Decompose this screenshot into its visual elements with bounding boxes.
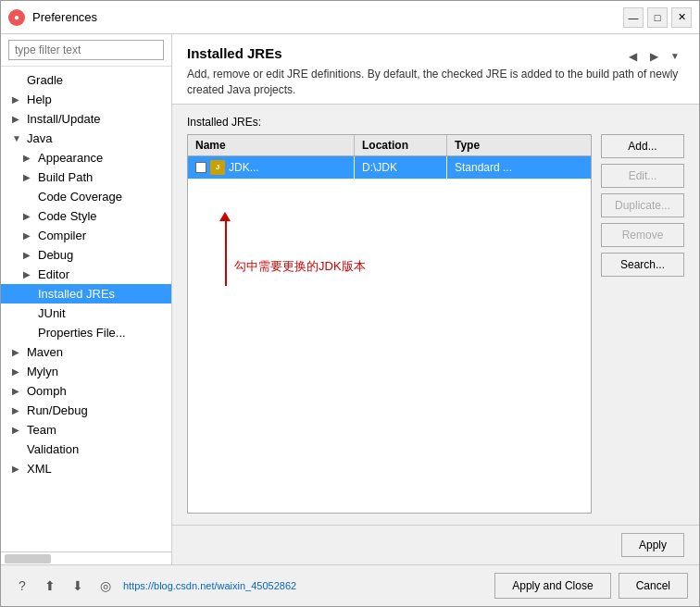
jre-checkbox[interactable]: ✓: [195, 162, 206, 173]
main-header: Installed JREs ◀ ▶ ▼ Add, remove or edit…: [172, 34, 699, 105]
panel-content: Installed JREs: Name Location Type ✓: [172, 105, 699, 525]
jre-name: JDK...: [229, 161, 259, 174]
annotation-text: 勾中需要更换的JDK版本: [234, 258, 366, 275]
action-buttons: Add... Edit... Duplicate... Remove Searc…: [601, 134, 684, 514]
expand-icon: ▶: [12, 366, 23, 377]
apply-and-close-button[interactable]: Apply and Close: [494, 573, 610, 599]
sidebar-item-mylyn[interactable]: ▶Mylyn: [1, 362, 171, 381]
export-icon[interactable]: ⬆: [40, 576, 60, 596]
expand-icon: ▶: [12, 464, 23, 474]
sidebar-item-appearance[interactable]: ▶Appearance: [1, 148, 171, 167]
footer-buttons: Apply and Close Cancel: [494, 573, 688, 599]
table-header: Name Location Type: [188, 135, 591, 156]
expand-icon: ▶: [12, 425, 23, 435]
sidebar: Gradle ▶Help ▶Install/Update ▼Java ▶Appe…: [1, 34, 172, 564]
close-button[interactable]: ✕: [671, 7, 692, 28]
nav-arrows: ◀ ▶ ▼: [623, 47, 684, 66]
col-header-location: Location: [355, 135, 447, 155]
section-label: Installed JREs:: [187, 116, 684, 129]
sidebar-item-install-update[interactable]: ▶Install/Update: [1, 109, 171, 129]
settings-icon[interactable]: ◎: [95, 576, 116, 596]
filter-input[interactable]: [8, 40, 164, 60]
remove-button[interactable]: Remove: [601, 223, 684, 247]
title-bar: ● Preferences — □ ✕: [1, 1, 699, 34]
arrow-head: [219, 212, 231, 221]
maximize-button[interactable]: □: [647, 7, 668, 28]
window-controls: — □ ✕: [623, 7, 692, 28]
sidebar-item-oomph[interactable]: ▶Oomph: [1, 381, 171, 401]
add-button[interactable]: Add...: [601, 134, 684, 158]
main-content-area: Gradle ▶Help ▶Install/Update ▼Java ▶Appe…: [1, 34, 699, 564]
import-icon[interactable]: ⬇: [68, 576, 88, 596]
expand-icon: ▶: [23, 269, 34, 279]
edit-button[interactable]: Edit...: [601, 164, 684, 188]
sidebar-item-debug[interactable]: ▶Debug: [1, 245, 171, 265]
minimize-button[interactable]: —: [623, 7, 644, 28]
nav-dropdown-button[interactable]: ▼: [666, 47, 684, 66]
sidebar-hscrollbar[interactable]: [1, 551, 171, 564]
preferences-window: ● Preferences — □ ✕ Gradle ▶Help ▶Instal…: [0, 0, 700, 607]
footer-icons: ? ⬆ ⬇ ◎ https://blog.csdn.net/waixin_450…: [12, 576, 296, 596]
window-title: Preferences: [32, 10, 616, 24]
arrow-line: [225, 221, 227, 286]
expand-icon: ▼: [12, 133, 23, 143]
sidebar-item-junit[interactable]: JUnit: [1, 304, 171, 323]
col-header-name: Name: [188, 135, 355, 155]
app-icon: ●: [8, 9, 25, 26]
sidebar-hscrollbar-thumb[interactable]: [5, 554, 51, 564]
sidebar-item-run-debug[interactable]: ▶Run/Debug: [1, 401, 171, 420]
sidebar-item-team[interactable]: ▶Team: [1, 420, 171, 440]
expand-icon: ▶: [23, 172, 34, 182]
footer: ? ⬆ ⬇ ◎ https://blog.csdn.net/waixin_450…: [1, 564, 699, 606]
header-row: Installed JREs ◀ ▶ ▼: [187, 45, 684, 67]
search-button[interactable]: Search...: [601, 253, 684, 277]
sidebar-item-properties-file[interactable]: Properties File...: [1, 323, 171, 342]
expand-icon: ▶: [12, 386, 23, 396]
sidebar-tree: Gradle ▶Help ▶Install/Update ▼Java ▶Appe…: [1, 67, 171, 551]
sidebar-item-gradle[interactable]: Gradle: [1, 70, 171, 90]
sidebar-item-installed-jres[interactable]: Installed JREs: [1, 284, 171, 304]
nav-forward-button[interactable]: ▶: [644, 47, 664, 66]
sidebar-item-editor[interactable]: ▶Editor: [1, 265, 171, 284]
nav-back-button[interactable]: ◀: [623, 47, 643, 66]
table-body: ✓ J JDK... D:\JDK Standard ...: [188, 156, 591, 513]
sidebar-item-compiler[interactable]: ▶Compiler: [1, 226, 171, 245]
help-icon[interactable]: ?: [12, 576, 32, 596]
expand-icon: ▶: [12, 405, 23, 415]
sidebar-item-xml[interactable]: ▶XML: [1, 459, 171, 478]
page-description: Add, remove or edit JRE definitions. By …: [187, 67, 684, 98]
sidebar-item-code-coverage[interactable]: Code Coverage: [1, 187, 171, 206]
expand-icon: ▶: [23, 230, 34, 241]
sidebar-item-java[interactable]: ▼Java: [1, 129, 171, 148]
col-header-type: Type: [447, 135, 591, 155]
cancel-button[interactable]: Cancel: [619, 573, 688, 599]
annotation-area: 勾中需要更换的JDK版本: [206, 212, 318, 304]
table-cell-name: ✓ J JDK...: [188, 156, 355, 179]
expand-icon: ▶: [12, 94, 23, 105]
sidebar-item-validation[interactable]: Validation: [1, 440, 171, 459]
sidebar-item-code-style[interactable]: ▶Code Style: [1, 206, 171, 226]
page-title: Installed JREs: [187, 45, 282, 61]
expand-icon: ▶: [23, 211, 34, 221]
main-panel: Installed JREs ◀ ▶ ▼ Add, remove or edit…: [172, 34, 699, 564]
expand-icon: ▶: [23, 153, 34, 163]
expand-icon: ▶: [12, 114, 23, 124]
duplicate-button[interactable]: Duplicate...: [601, 193, 684, 217]
footer-url: https://blog.csdn.net/waixin_45052862: [123, 580, 296, 591]
jre-table: Name Location Type ✓ J JDK...: [187, 134, 592, 514]
filter-input-wrap: [1, 34, 171, 67]
table-row[interactable]: ✓ J JDK... D:\JDK Standard ...: [188, 156, 591, 180]
sidebar-item-maven[interactable]: ▶Maven: [1, 342, 171, 362]
apply-button[interactable]: Apply: [621, 533, 684, 557]
sidebar-item-build-path[interactable]: ▶Build Path: [1, 167, 171, 187]
jre-table-area: Name Location Type ✓ J JDK...: [187, 134, 684, 514]
sidebar-item-help[interactable]: ▶Help: [1, 90, 171, 109]
expand-icon: ▶: [12, 347, 23, 357]
jre-icon: J: [210, 160, 225, 175]
apply-bar: Apply: [172, 525, 699, 564]
expand-icon: ▶: [23, 250, 34, 260]
table-cell-location: D:\JDK: [355, 156, 447, 179]
table-cell-type: Standard ...: [447, 156, 591, 179]
